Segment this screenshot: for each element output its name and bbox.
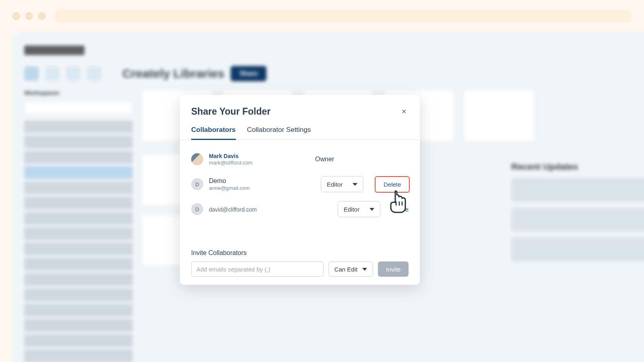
sidebar-item[interactable] <box>24 212 133 225</box>
invite-button[interactable]: Invite <box>378 261 409 277</box>
sidebar-item[interactable] <box>24 136 133 148</box>
role-select[interactable]: Editor <box>338 201 380 217</box>
avatar: D <box>191 178 203 190</box>
sidebar-item[interactable] <box>24 319 133 332</box>
close-icon[interactable]: ✕ <box>399 107 409 117</box>
sidebar-item[interactable] <box>24 197 133 210</box>
sidebar-item[interactable] <box>24 181 133 194</box>
recent-update-item[interactable] <box>511 178 644 202</box>
collaborator-row: D david@clifford.com Editor De <box>191 198 409 220</box>
collaborator-name: Mark Davis <box>209 153 310 159</box>
modal-tabs: Collaborators Collaborator Settings <box>180 126 420 140</box>
invite-heading: Invite Collaborators <box>191 249 409 257</box>
collaborator-row: D Demo anne@gmail.com Editor Delete <box>191 173 409 195</box>
sidebar-item[interactable] <box>24 304 133 317</box>
share-button[interactable]: Share <box>231 66 266 81</box>
sidebar-heading: Workspaces <box>24 89 133 96</box>
delete-collaborator-button[interactable]: Delete <box>375 176 410 193</box>
sidebar-item[interactable] <box>24 243 133 255</box>
toolbar-icon[interactable] <box>45 66 60 81</box>
modal-title: Share Your Folder <box>191 106 270 117</box>
sidebar-search[interactable] <box>24 101 133 115</box>
sidebar-item-selected[interactable] <box>24 166 133 179</box>
avatar: D <box>191 203 203 215</box>
invite-permission-value: Can Edit <box>334 266 358 273</box>
invite-section: Invite Collaborators Add emails separate… <box>191 249 409 277</box>
page-title: Creately Libraries <box>122 67 224 80</box>
recent-update-item[interactable] <box>511 237 644 261</box>
role-select[interactable]: Editor <box>321 176 363 192</box>
toolbar-icon[interactable] <box>66 66 80 81</box>
role-select-value: Editor <box>327 181 343 188</box>
collaborator-email: david@clifford.com <box>209 206 310 213</box>
template-card[interactable] <box>463 89 535 142</box>
sidebar-item[interactable] <box>24 288 133 301</box>
delete-collaborator-button[interactable]: De <box>393 202 409 217</box>
share-folder-modal: Share Your Folder ✕ Collaborators Collab… <box>180 95 420 285</box>
window-dot <box>38 12 46 20</box>
app-logo <box>24 45 85 55</box>
collaborator-email: mark@clifford.com <box>209 160 310 166</box>
chevron-down-icon <box>369 208 374 211</box>
recent-updates-heading: Recent Updates <box>511 162 644 172</box>
window-dot <box>12 12 20 20</box>
sidebar-item[interactable] <box>24 350 133 362</box>
chevron-down-icon <box>353 183 357 186</box>
sidebar-item[interactable] <box>24 334 133 347</box>
avatar <box>191 153 203 165</box>
sidebar-item[interactable] <box>24 227 133 240</box>
invite-permission-select[interactable]: Can Edit <box>328 261 374 277</box>
address-bar[interactable] <box>55 10 632 23</box>
invite-email-input[interactable]: Add emails separated by (,) <box>191 261 324 277</box>
sidebar-item[interactable] <box>24 273 133 286</box>
collaborator-row-owner: Mark Davis mark@clifford.com Owner <box>191 148 409 171</box>
recent-update-item[interactable] <box>511 208 644 232</box>
sidebar-item[interactable] <box>24 120 133 133</box>
collaborator-email: anne@gmail.com <box>209 185 310 191</box>
tab-collaborators[interactable]: Collaborators <box>191 126 236 140</box>
sidebar: Workspaces <box>24 89 133 362</box>
view-grid-icon[interactable] <box>24 66 39 81</box>
owner-label: Owner <box>315 156 376 163</box>
chevron-down-icon <box>362 268 367 271</box>
role-select-value: Editor <box>344 206 359 213</box>
collaborator-name: Demo <box>209 177 310 185</box>
sidebar-item[interactable] <box>24 258 133 271</box>
tab-collaborator-settings[interactable]: Collaborator Settings <box>247 126 311 140</box>
collaborator-list: Mark Davis mark@clifford.com Owner D Dem… <box>180 140 420 220</box>
sidebar-item[interactable] <box>24 151 133 164</box>
toolbar-icon[interactable] <box>87 66 101 81</box>
browser-chrome <box>0 0 644 32</box>
window-dot <box>25 12 33 20</box>
